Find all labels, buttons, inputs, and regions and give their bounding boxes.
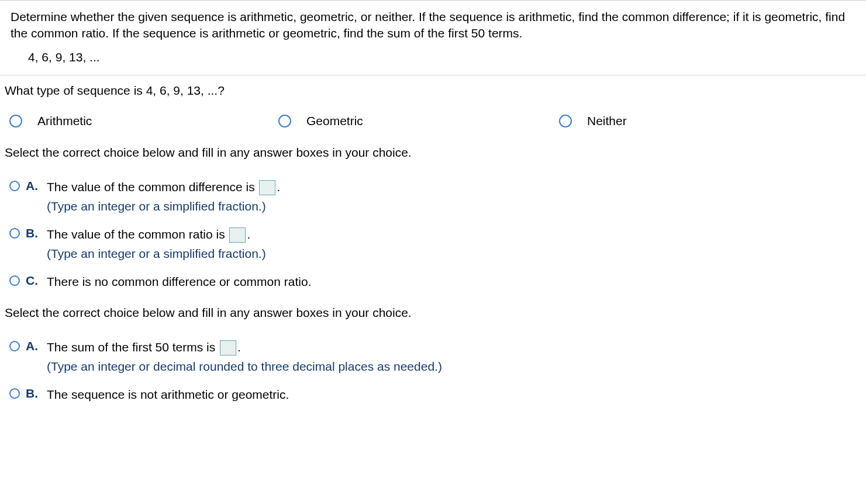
problem-statement: Determine whether the given sequence is … bbox=[0, 0, 866, 75]
choice-letter: A. bbox=[26, 339, 40, 353]
choice-letter: B. bbox=[26, 386, 40, 401]
question-section: What type of sequence is 4, 6, 9, 13, ..… bbox=[0, 75, 866, 405]
radio-icon[interactable] bbox=[9, 341, 20, 351]
q2-choice-b[interactable]: B. The value of the common ratio is . (T… bbox=[9, 225, 861, 264]
radio-icon[interactable] bbox=[9, 228, 20, 239]
choice-text: The sequence is not arithmetic or geomet… bbox=[47, 388, 289, 401]
radio-icon[interactable] bbox=[9, 115, 22, 127]
q1-option-neither[interactable]: Neither bbox=[559, 114, 627, 128]
option-label: Geometric bbox=[306, 114, 363, 128]
problem-text: Determine whether the given sequence is … bbox=[11, 9, 855, 42]
q3-instruction: Select the correct choice below and fill… bbox=[5, 306, 861, 320]
choice-body: The value of the common ratio is . (Type… bbox=[47, 225, 861, 264]
q2-choice-c[interactable]: C. There is no common difference or comm… bbox=[9, 272, 861, 292]
radio-icon[interactable] bbox=[9, 181, 20, 191]
answer-input[interactable] bbox=[229, 227, 246, 243]
q3-choice-a[interactable]: A. The sum of the first 50 terms is . (T… bbox=[9, 337, 861, 377]
q3-choices: A. The sum of the first 50 terms is . (T… bbox=[5, 337, 861, 405]
q1-prompt: What type of sequence is 4, 6, 9, 13, ..… bbox=[5, 84, 861, 98]
choice-letter: A. bbox=[26, 179, 40, 193]
radio-icon[interactable] bbox=[278, 115, 291, 127]
choice-text-after: . bbox=[277, 180, 280, 194]
option-label: Arithmetic bbox=[37, 114, 92, 128]
choice-body: The value of the common difference is . … bbox=[47, 177, 861, 216]
choice-body: The sum of the first 50 terms is . (Type… bbox=[47, 337, 861, 377]
choice-text-before: The sum of the first 50 terms is bbox=[47, 340, 219, 354]
choice-text-after: . bbox=[247, 227, 250, 241]
choice-letter: C. bbox=[26, 274, 40, 288]
answer-input[interactable] bbox=[220, 340, 236, 355]
choice-hint: (Type an integer or a simplified fractio… bbox=[47, 247, 266, 260]
radio-icon[interactable] bbox=[9, 388, 20, 399]
q3-choice-b[interactable]: B. The sequence is not arithmetic or geo… bbox=[9, 385, 861, 405]
answer-input[interactable] bbox=[259, 180, 275, 195]
choice-body: The sequence is not arithmetic or geomet… bbox=[47, 385, 861, 405]
q1-option-arithmetic[interactable]: Arithmetic bbox=[9, 114, 278, 128]
option-label: Neither bbox=[587, 114, 627, 128]
q1-options: Arithmetic Geometric Neither bbox=[5, 114, 861, 128]
choice-text-after: . bbox=[237, 340, 241, 354]
choice-body: There is no common difference or common … bbox=[47, 272, 861, 292]
q2-choice-a[interactable]: A. The value of the common difference is… bbox=[9, 177, 861, 216]
choice-hint: (Type an integer or a simplified fractio… bbox=[47, 199, 266, 213]
q1-option-geometric[interactable]: Geometric bbox=[278, 114, 559, 128]
choice-text-before: The value of the common ratio is bbox=[47, 227, 228, 241]
choice-text: There is no common difference or common … bbox=[47, 275, 311, 288]
radio-icon[interactable] bbox=[9, 275, 20, 286]
q2-choices: A. The value of the common difference is… bbox=[5, 177, 861, 292]
choice-text-before: The value of the common difference is bbox=[47, 180, 258, 194]
sequence-display: 4, 6, 9, 13, ... bbox=[11, 50, 855, 64]
radio-icon[interactable] bbox=[559, 115, 572, 127]
choice-hint: (Type an integer or decimal rounded to t… bbox=[47, 360, 442, 373]
choice-letter: B. bbox=[26, 226, 40, 240]
q2-instruction: Select the correct choice below and fill… bbox=[5, 146, 861, 160]
